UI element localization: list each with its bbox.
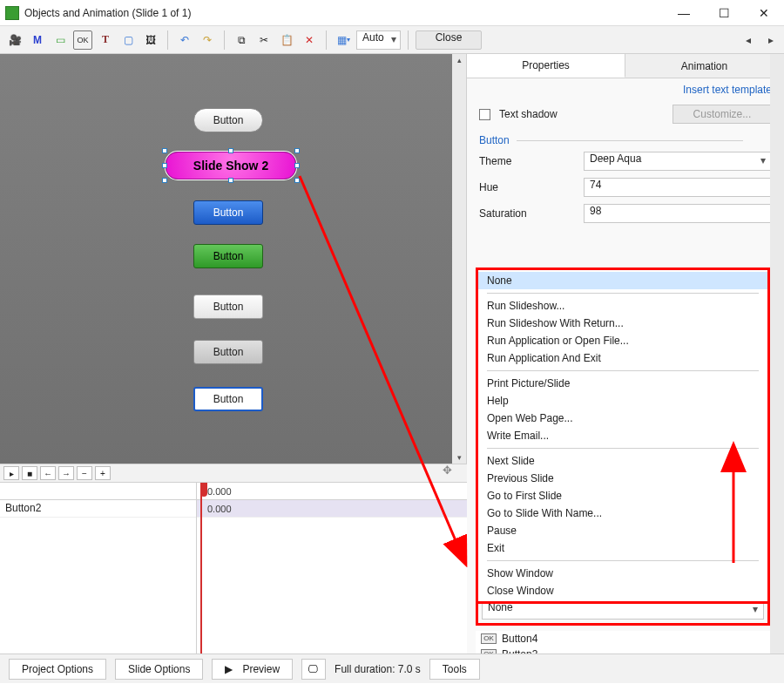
canvas-button-5[interactable]: Button	[193, 295, 263, 319]
canvas-button-3[interactable]: Button	[193, 200, 263, 225]
action-option-run-exit[interactable]: Run Application And Exit	[478, 349, 767, 367]
panel-tabs: Properties Animation	[467, 54, 784, 78]
theme-select[interactable]: Deep Aqua	[584, 152, 772, 171]
object-row-button4[interactable]: OK Button4	[476, 631, 770, 647]
timeline-track-row[interactable]: 0.000	[197, 500, 467, 518]
action-option-none[interactable]: None	[478, 272, 767, 289]
window-title: Objects and Animation (Slide 1 of 1)	[24, 7, 664, 19]
remove-key-button[interactable]: −	[77, 466, 92, 480]
action-option-run-return[interactable]: Run Slideshow With Return...	[478, 315, 767, 332]
publish-button[interactable]: 🖵	[301, 659, 326, 680]
canvas-button-slideshow2-label: Slide Show 2	[193, 159, 268, 173]
canvas-button-4[interactable]: Button	[193, 244, 263, 268]
main-toolbar: 🎥 M ▭ OK T ▢ 🖼 ↶ ↷ ⧉ ✂ 📋 ✕ ▦▾ Auto Close…	[0, 26, 784, 54]
object-list: OK Button4 OK Button3 OK Button2 OK Butt…	[476, 631, 770, 654]
stop-button[interactable]: ■	[22, 466, 37, 480]
hue-input[interactable]: 74	[584, 178, 772, 197]
slide-canvas[interactable]: Button Slide Show 2 Button Button Button…	[0, 54, 452, 464]
canvas-button-1[interactable]: Button	[193, 108, 263, 132]
paste-icon[interactable]: 📋	[277, 30, 296, 50]
saturation-label: Saturation	[479, 207, 575, 220]
timeline-track-label[interactable]: Button2	[0, 500, 196, 518]
copy-icon[interactable]: ⧉	[232, 30, 251, 50]
prev-slide-icon[interactable]: ◂	[740, 34, 756, 46]
close-window-button[interactable]: ✕	[744, 0, 784, 26]
move-handle-icon[interactable]: ✥	[443, 464, 463, 483]
action-option-web[interactable]: Open Web Page...	[478, 410, 767, 427]
mask-icon[interactable]: M	[28, 30, 47, 50]
title-bar: Objects and Animation (Slide 1 of 1) — ☐…	[0, 0, 784, 26]
canvas-vscroll[interactable]: ▴ ▾	[452, 54, 466, 464]
next-key-button[interactable]: →	[58, 466, 74, 480]
left-column: Button Slide Show 2 Button Button Button…	[0, 54, 467, 654]
bottom-bar: Project Options Slide Options ▶ Preview …	[0, 654, 784, 683]
timeline: Button2 0.000 0.000	[0, 483, 467, 654]
undo-icon[interactable]: ↶	[175, 30, 194, 50]
text-shadow-label: Text shadow	[499, 108, 558, 120]
action-option-help[interactable]: Help	[478, 392, 767, 410]
action-option-next[interactable]: Next Slide	[478, 452, 767, 470]
minimize-button[interactable]: —	[664, 0, 704, 26]
object-row-button3[interactable]: OK Button3	[476, 647, 770, 654]
next-slide-icon[interactable]: ▸	[763, 34, 779, 46]
action-option-run-app[interactable]: Run Application or Open File...	[478, 332, 767, 349]
hue-label: Hue	[479, 181, 575, 193]
action-option-first[interactable]: Go to First Slide	[478, 487, 767, 505]
object-icon: OK	[481, 649, 497, 654]
tab-properties[interactable]: Properties	[467, 54, 625, 78]
timeline-ruler[interactable]: 0.000	[197, 483, 467, 500]
action-option-print[interactable]: Print Picture/Slide	[478, 375, 767, 392]
panel-vscroll[interactable]	[770, 54, 784, 654]
saturation-input[interactable]: 98	[584, 204, 772, 223]
tab-animation[interactable]: Animation	[625, 54, 784, 78]
image-icon[interactable]: 🖼	[141, 30, 160, 50]
close-button[interactable]: Close	[416, 30, 483, 50]
rectangle-icon[interactable]: ▢	[118, 30, 138, 50]
theme-label: Theme	[479, 155, 575, 167]
add-key-button[interactable]: +	[95, 466, 111, 480]
project-options-button[interactable]: Project Options	[9, 659, 106, 680]
action-option-close-window[interactable]: Close Window	[478, 582, 767, 599]
full-duration-label: Full duration: 7.0 s	[335, 663, 421, 675]
text-shadow-checkbox[interactable]	[479, 109, 490, 120]
redo-icon[interactable]: ↷	[198, 30, 217, 50]
customize-button[interactable]: Customize...	[672, 105, 772, 124]
frame-icon[interactable]: ▭	[51, 30, 70, 50]
action-dropdown-list: None Run Slideshow... Run Slideshow With…	[476, 268, 770, 604]
preview-icon: ▶	[225, 663, 237, 675]
insert-text-template-link[interactable]: Insert text template	[467, 78, 784, 101]
cut-icon[interactable]: ✂	[254, 30, 274, 50]
app-icon	[5, 6, 19, 20]
button-section-title: Button	[467, 127, 784, 148]
maximize-button[interactable]: ☐	[704, 0, 744, 26]
object-icon: OK	[481, 633, 497, 644]
preview-button[interactable]: ▶ Preview	[212, 659, 293, 680]
playhead[interactable]	[200, 483, 202, 654]
action-option-run-slideshow[interactable]: Run Slideshow...	[478, 297, 767, 315]
slide-options-button[interactable]: Slide Options	[115, 659, 203, 680]
canvas-button-7[interactable]: Button	[193, 387, 263, 411]
action-option-gotoname[interactable]: Go to Slide With Name...	[478, 505, 767, 522]
action-option-pause[interactable]: Pause	[478, 522, 767, 539]
play-button[interactable]: ▸	[3, 466, 19, 480]
button-icon[interactable]: OK	[73, 30, 92, 50]
action-option-show-window[interactable]: Show Window	[478, 565, 767, 582]
canvas-button-6[interactable]: Button	[193, 340, 263, 364]
text-icon[interactable]: T	[96, 30, 115, 50]
prev-key-button[interactable]: ←	[40, 466, 56, 480]
action-option-exit[interactable]: Exit	[478, 539, 767, 557]
monitor-icon: 🖵	[308, 663, 320, 675]
canvas-wrap: Button Slide Show 2 Button Button Button…	[0, 54, 467, 464]
canvas-button-slideshow2[interactable]: Slide Show 2	[166, 152, 296, 179]
grid-icon[interactable]: ▦▾	[334, 30, 353, 50]
zoom-select[interactable]: Auto	[356, 30, 401, 50]
delete-icon[interactable]: ✕	[300, 30, 319, 50]
action-option-email[interactable]: Write Email...	[478, 427, 767, 444]
camera-icon[interactable]: 🎥	[5, 30, 24, 50]
tools-button[interactable]: Tools	[429, 659, 480, 680]
action-option-prev[interactable]: Previous Slide	[478, 470, 767, 487]
timeline-toolbar: ▸ ■ ← → − + ✥	[0, 464, 467, 483]
properties-panel: Properties Animation Insert text templat…	[467, 54, 784, 654]
